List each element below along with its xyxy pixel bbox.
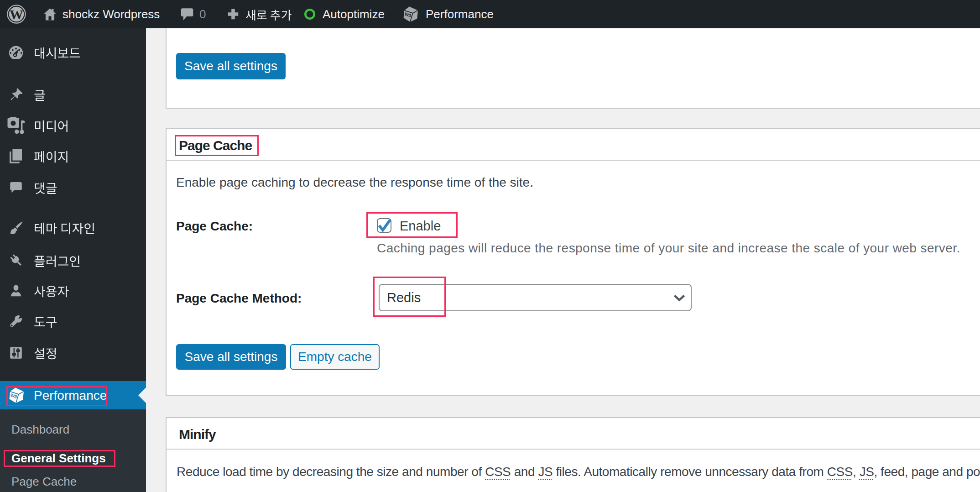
svg-text:W: W [10,7,23,22]
